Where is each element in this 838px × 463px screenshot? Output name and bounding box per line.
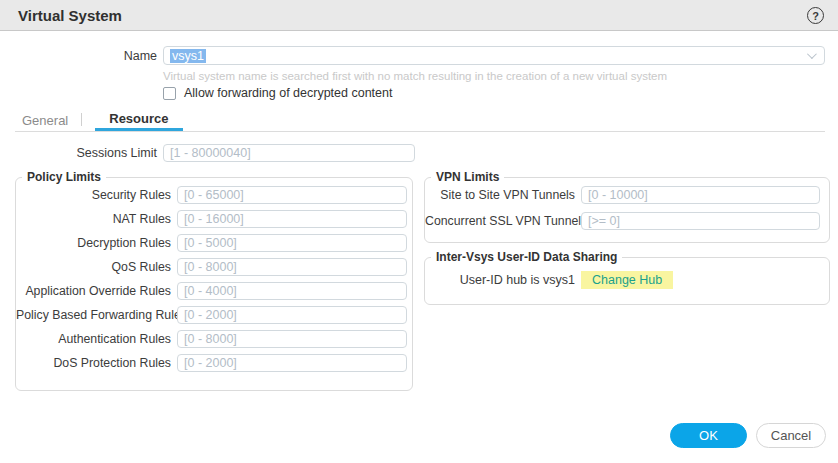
- concurrent-ssl-vpn-input[interactable]: [581, 212, 820, 230]
- dialog-titlebar: Virtual System: [0, 0, 838, 31]
- name-input[interactable]: vsys1: [163, 46, 825, 65]
- allow-forwarding-label: Allow forwarding of decrypted content: [184, 86, 392, 100]
- user-id-hub-row: User-ID hub is vsys1 Change Hub: [425, 271, 829, 289]
- ok-button[interactable]: OK: [670, 423, 747, 448]
- tab-bar: General Resource: [22, 109, 183, 131]
- tab-resource[interactable]: Resource: [95, 109, 182, 131]
- qos-rules-input[interactable]: [177, 258, 407, 276]
- decryption-rules-row: Decryption Rules: [16, 234, 412, 252]
- concurrent-ssl-vpn-row: Concurrent SSL VPN Tunnels: [425, 212, 829, 230]
- user-id-sharing-legend: Inter-Vsys User-ID Data Sharing: [431, 250, 622, 264]
- site-to-site-vpn-input[interactable]: [581, 186, 820, 204]
- nat-rules-label: NAT Rules: [16, 212, 171, 226]
- name-hint: Virtual system name is searched first wi…: [163, 70, 667, 82]
- policy-limits-group: Policy Limits Security Rules NAT Rules D…: [15, 170, 413, 391]
- application-override-rules-label: Application Override Rules: [16, 284, 171, 298]
- tab-general[interactable]: General: [22, 109, 68, 131]
- decryption-rules-label: Decryption Rules: [16, 236, 171, 250]
- sessions-limit-input[interactable]: [163, 144, 415, 162]
- authentication-rules-input[interactable]: [177, 330, 407, 348]
- sessions-limit-row: Sessions Limit: [15, 144, 415, 162]
- help-icon[interactable]: ?: [807, 7, 824, 24]
- user-id-hub-text: User-ID hub is vsys1: [425, 273, 575, 287]
- authentication-rules-label: Authentication Rules: [16, 332, 171, 346]
- dos-protection-rules-row: DoS Protection Rules: [16, 354, 412, 372]
- security-rules-label: Security Rules: [16, 188, 171, 202]
- qos-rules-label: QoS Rules: [16, 260, 171, 274]
- concurrent-ssl-vpn-label: Concurrent SSL VPN Tunnels: [425, 214, 575, 228]
- security-rules-input[interactable]: [177, 186, 407, 204]
- allow-forwarding-checkbox[interactable]: [163, 87, 176, 100]
- allow-forwarding-row: Allow forwarding of decrypted content: [163, 86, 392, 100]
- vpn-limits-legend: VPN Limits: [431, 170, 504, 184]
- authentication-rules-row: Authentication Rules: [16, 330, 412, 348]
- site-to-site-vpn-row: Site to Site VPN Tunnels: [425, 186, 829, 204]
- dialog-footer: OK Cancel: [670, 423, 826, 448]
- nat-rules-input[interactable]: [177, 210, 407, 228]
- user-id-sharing-group: Inter-Vsys User-ID Data Sharing User-ID …: [424, 250, 830, 305]
- vpn-limits-group: VPN Limits Site to Site VPN Tunnels Conc…: [424, 170, 830, 243]
- decryption-rules-input[interactable]: [177, 234, 407, 252]
- qos-rules-row: QoS Rules: [16, 258, 412, 276]
- name-row: Name vsys1: [15, 46, 825, 65]
- tab-separator: [81, 113, 82, 126]
- change-hub-link[interactable]: Change Hub: [581, 271, 673, 289]
- name-label: Name: [15, 49, 157, 63]
- tab-divider: [15, 131, 825, 132]
- sessions-limit-label: Sessions Limit: [15, 146, 157, 160]
- nat-rules-row: NAT Rules: [16, 210, 412, 228]
- dos-protection-rules-input[interactable]: [177, 354, 407, 372]
- policy-based-forwarding-rules-label: Policy Based Forwarding Rules: [16, 308, 171, 322]
- dialog-title: Virtual System: [18, 7, 122, 24]
- policy-based-forwarding-rules-input[interactable]: [177, 306, 407, 324]
- name-value: vsys1: [170, 49, 206, 63]
- policy-based-forwarding-rules-row: Policy Based Forwarding Rules: [16, 306, 412, 324]
- site-to-site-vpn-label: Site to Site VPN Tunnels: [425, 188, 575, 202]
- cancel-button[interactable]: Cancel: [756, 423, 826, 448]
- application-override-rules-row: Application Override Rules: [16, 282, 412, 300]
- application-override-rules-input[interactable]: [177, 282, 407, 300]
- dos-protection-rules-label: DoS Protection Rules: [16, 356, 171, 370]
- policy-limits-legend: Policy Limits: [22, 170, 106, 184]
- chevron-down-icon[interactable]: [807, 49, 817, 59]
- security-rules-row: Security Rules: [16, 186, 412, 204]
